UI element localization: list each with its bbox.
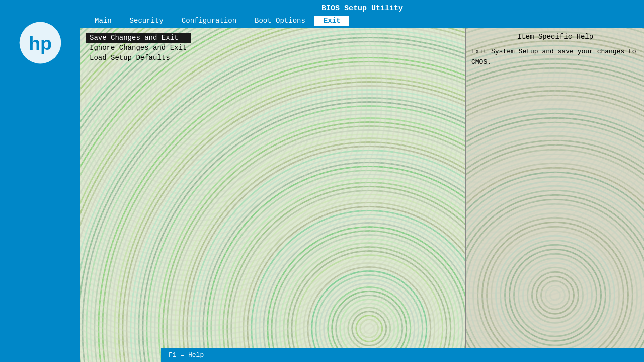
nav-item-main[interactable]: Main [86, 16, 121, 26]
help-content: Item Specific Help Exit System Setup and… [471, 33, 639, 68]
nav-bar: MainSecurityConfigurationBoot OptionsExi… [80, 15, 644, 28]
page-title: BIOS Setup Utility [321, 4, 403, 13]
title-bar: BIOS Setup Utility [80, 0, 644, 15]
swirl-background [80, 28, 465, 362]
hp-logo: hp [18, 20, 63, 65]
help-title: Item Specific Help [471, 33, 639, 41]
nav-item-exit[interactable]: Exit [314, 16, 350, 26]
content-area: Save Changes and ExitIgnore Changes and … [80, 28, 644, 362]
right-swirl-background [466, 28, 644, 362]
menu-items: Save Changes and ExitIgnore Changes and … [86, 33, 191, 63]
menu-item-save-changes-and-exit[interactable]: Save Changes and Exit [86, 33, 191, 43]
left-panel: Save Changes and ExitIgnore Changes and … [80, 28, 465, 362]
logo-area: hp [0, 0, 80, 362]
main-area: BIOS Setup Utility MainSecurityConfigura… [80, 0, 644, 362]
bottom-bar: F1 = Help [161, 348, 644, 362]
help-text: Exit System Setup and save your changes … [471, 47, 639, 68]
nav-item-security[interactable]: Security [121, 16, 173, 26]
bottom-help-label: F1 = Help [169, 351, 204, 359]
right-panel: Item Specific Help Exit System Setup and… [465, 28, 644, 362]
svg-text:hp: hp [29, 33, 52, 54]
nav-item-configuration[interactable]: Configuration [173, 16, 246, 26]
menu-item-ignore-changes-and-exit[interactable]: Ignore Changes and Exit [86, 43, 191, 53]
menu-item-load-setup-defaults[interactable]: Load Setup Defaults [86, 53, 191, 63]
nav-item-boot-options[interactable]: Boot Options [246, 16, 314, 26]
